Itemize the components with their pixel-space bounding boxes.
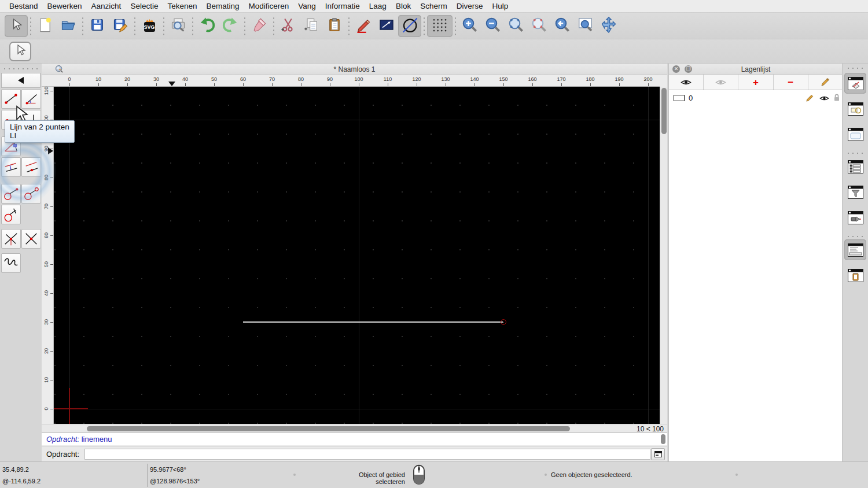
- plus-icon: +: [753, 77, 759, 87]
- dock-entity-filter-button[interactable]: [844, 182, 866, 202]
- cursor-arrow-icon: [9, 17, 24, 35]
- freehand-tool[interactable]: [1, 253, 21, 273]
- menu-item-tekenen[interactable]: Tekenen: [163, 2, 201, 10]
- command-history[interactable]: Opdracht: linemenu: [42, 432, 667, 445]
- menu-item-laag[interactable]: Laag: [365, 2, 391, 10]
- menu-item-diverse[interactable]: Diverse: [452, 2, 488, 10]
- layer-visibility-icon[interactable]: [819, 94, 829, 104]
- attributes-pen-button[interactable]: [352, 15, 375, 37]
- menu-item-bemating[interactable]: Bemating: [201, 2, 244, 10]
- select-tool-button[interactable]: [5, 15, 28, 37]
- menu-item-bewerken[interactable]: Bewerken: [43, 2, 87, 10]
- redo-button[interactable]: [219, 15, 242, 37]
- layer-lock-icon[interactable]: [833, 94, 840, 104]
- selection-pointer-button[interactable]: [9, 42, 31, 61]
- menu-item-selectie[interactable]: Selectie: [126, 2, 163, 10]
- drawn-line[interactable]: [243, 321, 503, 323]
- line-properties-button[interactable]: [375, 15, 398, 37]
- menu-item-informatie[interactable]: Informatie: [321, 2, 365, 10]
- dock-block-list-button[interactable]: [844, 98, 866, 119]
- show-all-layers-button[interactable]: [669, 75, 704, 90]
- tangent-two-circles-tool[interactable]: [21, 184, 41, 204]
- history-scroll-thumb[interactable]: [661, 434, 665, 444]
- layer-panel-titlebar[interactable]: ✕ ❐ Lagenlijst: [669, 64, 843, 75]
- dock-layer-list-button[interactable]: [844, 73, 866, 94]
- menu-item-aanzicht[interactable]: Aanzicht: [87, 2, 126, 10]
- drawing-window: * Naamloos 1 010203040506070809010011012…: [42, 64, 667, 461]
- new-document-button[interactable]: [34, 15, 57, 37]
- parallel-point-icon: [23, 159, 40, 175]
- undo-button[interactable]: [196, 15, 219, 37]
- tool-options-toolbar: [0, 39, 868, 64]
- menu-item-scherm[interactable]: Scherm: [415, 2, 452, 10]
- circle-line-mode-button[interactable]: [398, 15, 421, 37]
- zoom-previous-icon: [531, 16, 548, 36]
- zoom-in-button[interactable]: [458, 15, 481, 37]
- h-scroll-thumb[interactable]: [87, 426, 570, 431]
- print-preview-button[interactable]: [167, 15, 190, 37]
- delete-button[interactable]: [248, 15, 271, 37]
- canvas-horizontal-scrollbar[interactable]: 10 < 100: [42, 424, 667, 432]
- zoom-window-button[interactable]: [574, 15, 597, 37]
- tooltip-title: Lijn van 2 punten: [10, 123, 69, 131]
- menu-item-blok[interactable]: Blok: [391, 2, 415, 10]
- save-floppy-icon: [89, 17, 105, 35]
- cut-button[interactable]: [277, 15, 300, 37]
- dock-entity-list-button[interactable]: [844, 156, 866, 177]
- dock-pen-palette-button[interactable]: [844, 207, 866, 228]
- status-handle-dot: [545, 474, 547, 476]
- meta-grid-line-v: [359, 87, 359, 424]
- open-file-button[interactable]: [57, 15, 80, 37]
- save-button[interactable]: [86, 15, 109, 37]
- zoom-auto-icon: [507, 16, 525, 36]
- zoom-back-button[interactable]: [551, 15, 574, 37]
- menu-item-modificeren[interactable]: Modificeren: [244, 2, 294, 10]
- palette-back-button[interactable]: [1, 73, 41, 88]
- menu-item-bestand[interactable]: Bestand: [5, 2, 43, 10]
- tangent-orthogonal-icon: [2, 206, 20, 223]
- hide-all-layers-button[interactable]: [704, 75, 738, 90]
- tangent-two-circles-icon: [23, 186, 40, 202]
- zoom-previous-button[interactable]: [528, 15, 551, 37]
- command-dock-button[interactable]: [651, 448, 665, 460]
- tangent-orthogonal-tool[interactable]: [1, 205, 21, 224]
- dock-command-widget-button[interactable]: [844, 239, 866, 260]
- paste-button[interactable]: [323, 15, 346, 37]
- save-as-button[interactable]: [109, 15, 132, 37]
- v-scroll-thumb[interactable]: [661, 88, 667, 134]
- dock-drag-handle[interactable]: [846, 66, 865, 69]
- layer-list: 0: [669, 90, 843, 461]
- add-layer-button[interactable]: +: [738, 75, 773, 90]
- menu-item-hulp[interactable]: Hulp: [487, 2, 513, 10]
- svg-label: SVG: [142, 24, 157, 30]
- layer-edit-icon[interactable]: [806, 94, 814, 105]
- zoom-auto-button[interactable]: [505, 15, 528, 37]
- layer-color-swatch[interactable]: [674, 95, 685, 101]
- dock-clipboard-button[interactable]: [844, 265, 866, 286]
- origin-crosshair-h: [54, 408, 88, 409]
- tangent-point-circle-tool[interactable]: [1, 184, 21, 204]
- command-input[interactable]: [84, 449, 650, 460]
- copy-button[interactable]: [300, 15, 323, 37]
- canvas-vertical-scrollbar[interactable]: [660, 87, 667, 424]
- h-ruler-label: 180: [582, 76, 599, 82]
- export-svg-button[interactable]: SVG: [138, 15, 161, 37]
- drawing-canvas[interactable]: [54, 87, 660, 424]
- dock-library-browser-button[interactable]: [844, 124, 866, 145]
- layer-row[interactable]: 0: [669, 93, 843, 104]
- remove-layer-button[interactable]: −: [774, 75, 808, 90]
- cross-lines-tool[interactable]: [21, 229, 41, 249]
- grid-toggle-button[interactable]: [427, 15, 453, 37]
- edit-layer-button[interactable]: [808, 75, 843, 90]
- menu-item-vang[interactable]: Vang: [293, 2, 321, 10]
- bisector-tool[interactable]: [1, 229, 21, 249]
- parallel-point-tool[interactable]: [21, 157, 41, 177]
- save-as-icon: [112, 17, 128, 35]
- scissors-icon: [280, 17, 296, 35]
- tooltip-shortcut: LI: [10, 131, 69, 140]
- pan-button[interactable]: [597, 15, 620, 37]
- document-titlebar[interactable]: * Naamloos 1: [42, 64, 667, 75]
- parallel-distance-tool[interactable]: [1, 157, 21, 177]
- zoom-out-button[interactable]: [481, 15, 505, 37]
- palette-drag-handle[interactable]: [2, 67, 38, 70]
